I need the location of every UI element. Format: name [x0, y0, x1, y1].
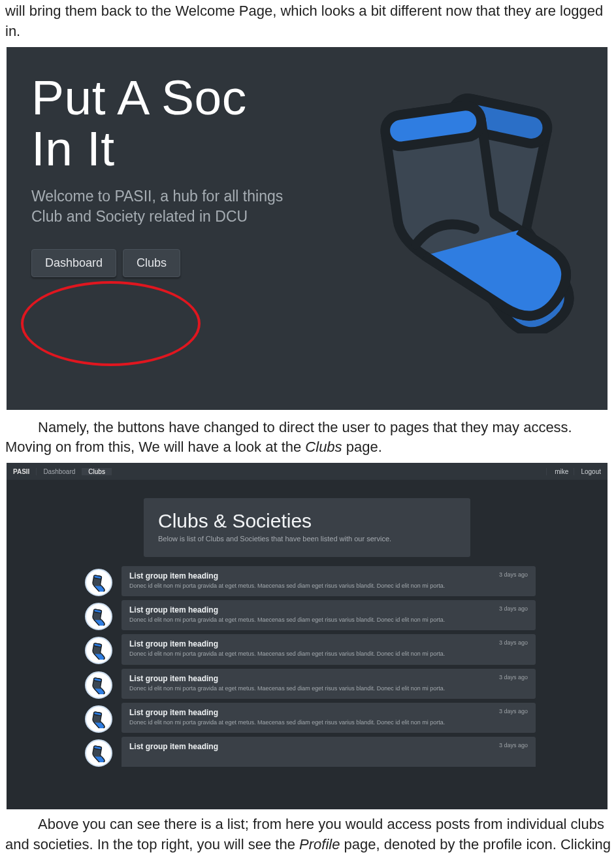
- club-card[interactable]: List group item headingDonec id elit non…: [122, 566, 536, 596]
- club-item-time: 3 days ago: [499, 605, 528, 612]
- clubs-subtitle: Below is list of Clubs and Societies tha…: [158, 535, 456, 543]
- club-list-item[interactable]: List group item headingDonec id elit non…: [78, 669, 536, 699]
- socks-logo-icon: [340, 85, 581, 333]
- clubs-title: Clubs & Societies: [158, 510, 456, 532]
- club-item-heading: List group item heading: [129, 639, 528, 648]
- club-list-item[interactable]: List group item heading3 days ago: [78, 737, 536, 767]
- club-list-item[interactable]: List group item headingDonec id elit non…: [78, 634, 536, 664]
- dashboard-button[interactable]: Dashboard: [31, 249, 116, 277]
- top-nav: PASII Dashboard Clubs mike Logout: [7, 463, 608, 480]
- screenshot-welcome-page: Put A Soc In It Welcome to PASII, a hub …: [7, 47, 608, 410]
- hero-title-line1: Put A Soc: [31, 70, 247, 125]
- club-card[interactable]: List group item heading3 days ago: [122, 737, 536, 767]
- nav-logout[interactable]: Logout: [574, 468, 608, 475]
- club-item-time: 3 days ago: [499, 674, 528, 681]
- nav-user-profile[interactable]: mike: [546, 468, 574, 475]
- club-card[interactable]: List group item headingDonec id elit non…: [122, 600, 536, 630]
- hero-title: Put A Soc In It: [31, 72, 371, 175]
- club-item-body: Donec id elit non mi porta gravida at eg…: [129, 684, 528, 692]
- doc-paragraph-2: Namely, the buttons have changed to dire…: [0, 416, 616, 460]
- club-item-body: Donec id elit non mi porta gravida at eg…: [129, 582, 528, 590]
- club-list-item[interactable]: List group item headingDonec id elit non…: [78, 703, 536, 733]
- club-item-time: 3 days ago: [499, 742, 528, 749]
- doc-paragraph-3: Above you can see there is a list; from …: [0, 813, 616, 859]
- club-card[interactable]: List group item headingDonec id elit non…: [122, 669, 536, 699]
- club-item-time: 3 days ago: [499, 571, 528, 578]
- hero-subtitle: Welcome to PASII, a hub for all things C…: [31, 186, 312, 227]
- club-avatar-icon: [85, 705, 112, 733]
- club-item-heading: List group item heading: [129, 605, 528, 615]
- nav-link-clubs[interactable]: Clubs: [82, 468, 112, 475]
- club-list-item[interactable]: List group item headingDonec id elit non…: [78, 600, 536, 630]
- club-avatar-icon: [85, 739, 112, 767]
- club-item-heading: List group item heading: [129, 708, 528, 717]
- club-item-heading: List group item heading: [129, 674, 528, 683]
- club-card[interactable]: List group item headingDonec id elit non…: [122, 703, 536, 733]
- club-item-heading: List group item heading: [129, 571, 528, 581]
- club-list-item[interactable]: List group item headingDonec id elit non…: [78, 566, 536, 596]
- nav-link-dashboard[interactable]: Dashboard: [37, 468, 82, 475]
- club-avatar-icon: [85, 637, 112, 664]
- club-avatar-icon: [85, 569, 112, 596]
- doc-paragraph-1: will bring them back to the Welcome Page…: [0, 0, 616, 43]
- red-circle-annotation: [21, 281, 201, 366]
- clubs-header-panel: Clubs & Societies Below is list of Clubs…: [144, 498, 470, 557]
- club-item-body: Donec id elit non mi porta gravida at eg…: [129, 616, 528, 624]
- club-avatar-icon: [85, 671, 112, 699]
- screenshot-clubs-page: PASII Dashboard Clubs mike Logout Clubs …: [7, 463, 608, 809]
- svg-rect-1: [383, 103, 483, 148]
- club-item-time: 3 days ago: [499, 639, 528, 646]
- club-item-body: Donec id elit non mi porta gravida at eg…: [129, 718, 528, 726]
- club-card[interactable]: List group item headingDonec id elit non…: [122, 634, 536, 664]
- clubs-list: List group item headingDonec id elit non…: [78, 566, 536, 767]
- club-item-body: Donec id elit non mi porta gravida at eg…: [129, 650, 528, 658]
- hero-title-line2: In It: [31, 121, 115, 176]
- club-avatar-icon: [85, 603, 112, 630]
- club-item-time: 3 days ago: [499, 708, 528, 715]
- clubs-button[interactable]: Clubs: [123, 249, 180, 277]
- club-item-heading: List group item heading: [129, 742, 528, 751]
- nav-brand[interactable]: PASII: [7, 468, 37, 475]
